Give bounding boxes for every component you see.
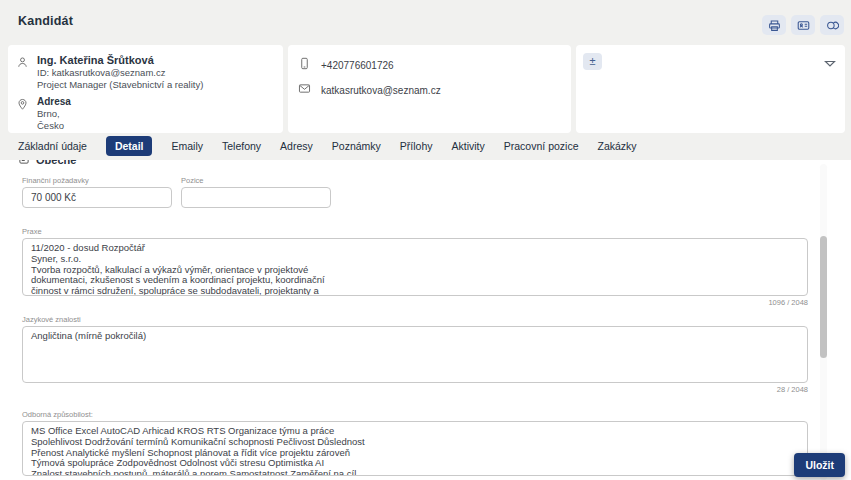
duplicate-button[interactable] (820, 15, 844, 35)
id-card-icon (797, 19, 810, 32)
tab-telefony[interactable]: Telefony (222, 140, 261, 152)
address-label: Adresa (37, 96, 71, 108)
page-title: Kandidát (18, 14, 73, 28)
toolbar-actions (762, 15, 844, 35)
tab-prilohy[interactable]: Přílohy (400, 140, 433, 152)
tab-aktivity[interactable]: Aktivity (452, 140, 485, 152)
financial-requirements-label: Finanční požadavky (22, 176, 172, 185)
contact-card: +420776601726 katkasrutkova@seznam.cz (288, 45, 571, 133)
praxe-textarea[interactable]: 11/2020 - dosud Rozpočtář Syner, s.r.o. … (22, 238, 808, 296)
languages-char-counter: 28 / 2048 (22, 385, 808, 394)
location-pin-icon (16, 96, 31, 132)
save-button[interactable]: Uložit (794, 453, 845, 477)
chevron-down-icon[interactable] (824, 54, 836, 72)
identity-card: Ing. Kateřina Šrůtková ID: katkasrutkova… (8, 45, 283, 133)
address-city: Brno, (37, 108, 71, 120)
languages-label: Jazykové znalosti (22, 315, 81, 324)
skills-textarea[interactable]: MS Office Excel AutoCAD Arhicad KROS RTS… (22, 421, 808, 476)
position-input[interactable] (181, 187, 331, 208)
tab-bar: Základní údaje Detail Emaily Telefony Ad… (0, 133, 851, 159)
detail-form-panel: Obecné Finanční požadavky Pozice Praxe 1… (0, 160, 851, 480)
section-title: Obecné (36, 160, 76, 166)
tags-card: ± (576, 45, 845, 133)
section-header-obecne: Obecné (18, 160, 851, 167)
envelope-icon (298, 81, 313, 99)
praxe-group: Praxe 11/2020 - dosud Rozpočtář Syner, s… (22, 220, 808, 307)
praxe-label: Praxe (22, 227, 42, 236)
languages-group: Jazykové znalosti Angličtina (mírně pokr… (22, 308, 808, 394)
candidate-id: ID: katkasrutkova@seznam.cz (37, 67, 203, 79)
languages-textarea[interactable]: Angličtina (mírně pokročilá) (22, 326, 808, 383)
tab-adresy[interactable]: Adresy (280, 140, 313, 152)
add-remove-button[interactable]: ± (583, 53, 602, 70)
mobile-phone-icon (298, 56, 313, 74)
person-icon (16, 54, 31, 91)
vcard-button[interactable] (791, 15, 815, 35)
printer-icon (768, 19, 781, 32)
candidate-email[interactable]: katkasrutkova@seznam.cz (321, 85, 441, 96)
tab-pracovni-pozice[interactable]: Pracovní pozice (504, 140, 579, 152)
clipboard-icon (18, 160, 30, 167)
tab-detail[interactable]: Detail (106, 136, 153, 156)
print-button[interactable] (762, 15, 786, 35)
tab-zakazky[interactable]: Zakázky (598, 140, 637, 152)
candidate-detail-page: Kandidát (0, 0, 851, 480)
candidate-position: Project Manager (Stavebnictví a reality) (37, 79, 203, 91)
financial-requirements-input[interactable] (22, 187, 172, 208)
tab-poznamky[interactable]: Poznámky (332, 140, 381, 152)
skills-group: Odborná způsobilost: MS Office Excel Aut… (22, 403, 808, 480)
top-bar: Kandidát (0, 0, 851, 44)
praxe-char-counter: 1096 / 2048 (22, 298, 808, 307)
general-fields-row: Finanční požadavky Pozice (22, 176, 808, 208)
duplicate-icon (826, 19, 839, 32)
tab-emaily[interactable]: Emaily (171, 140, 203, 152)
tab-zakladni-udaje[interactable]: Základní údaje (18, 140, 87, 152)
vertical-scrollbar (820, 164, 827, 480)
summary-cards: Ing. Kateřina Šrůtková ID: katkasrutkova… (8, 45, 845, 133)
skills-label: Odborná způsobilost: (22, 410, 93, 419)
scrollbar-thumb[interactable] (820, 236, 827, 358)
address-country: Česko (37, 120, 71, 132)
candidate-name: Ing. Kateřina Šrůtková (37, 54, 203, 67)
candidate-phone[interactable]: +420776601726 (321, 60, 394, 71)
position-label: Pozice (181, 176, 331, 185)
